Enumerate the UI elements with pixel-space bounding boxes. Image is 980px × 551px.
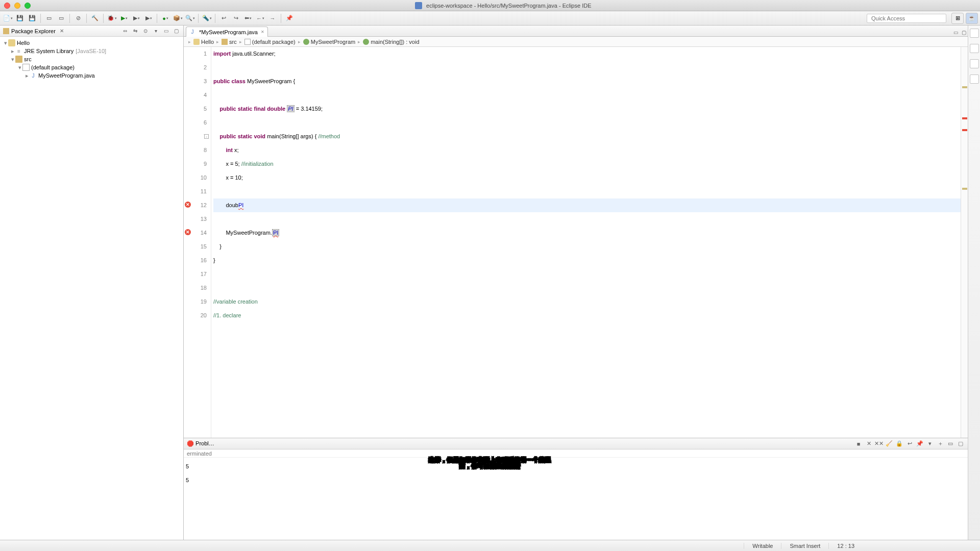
open-perspective-button[interactable]: ⊞	[951, 13, 964, 24]
collapse-all-button[interactable]: ⇔	[121, 27, 129, 35]
run-last-button[interactable]: ▶	[143, 13, 154, 24]
code-editor[interactable]: 1 2 3 4 5 6 -7 8 9 10 11 ✕12 13 ✕14 15 1…	[184, 47, 968, 438]
tree-java-file[interactable]: ▸J MySweetProgram.java	[0, 71, 183, 80]
bc-class[interactable]: MySweetProgram	[311, 39, 355, 45]
eclipse-icon	[415, 2, 422, 9]
run-button[interactable]: ▶	[118, 13, 130, 24]
remove-all-button[interactable]: ✕✕	[875, 440, 883, 448]
close-tab-button[interactable]: ✕	[261, 30, 264, 34]
word-wrap-button[interactable]: ↩	[905, 440, 914, 448]
tree-src[interactable]: ▾ src	[0, 55, 183, 63]
next-annotation-button[interactable]: ↪	[230, 13, 241, 24]
last-edit-button[interactable]: ⬅	[242, 13, 254, 24]
console-terminated-label: erminated	[184, 449, 968, 458]
search-button[interactable]: 🔦	[201, 13, 212, 24]
console-tabbar: 🛑 Probl… ■ ✕ ✕✕ 🧹 🔒 ↩ 📌 ▾ ＋ ▭ ▢	[184, 438, 968, 449]
link-editor-button[interactable]: ⇆	[131, 27, 139, 35]
problems-tab[interactable]: 🛑 Probl…	[187, 440, 214, 447]
line-num: ✕14	[184, 226, 207, 240]
breadcrumb[interactable]: ▸ Hello ▸ src ▸ (default package) ▸ MySw…	[184, 37, 968, 47]
coverage-button[interactable]: ▶	[131, 13, 142, 24]
line-num: 17	[184, 267, 207, 281]
new-package-button[interactable]: 📦	[172, 13, 183, 24]
minimize-editor-button[interactable]: ▭	[951, 28, 960, 36]
terminate-button[interactable]: ■	[854, 440, 863, 448]
line-num: 2	[184, 61, 207, 74]
line-num: 1	[184, 47, 207, 61]
minimize-window-button[interactable]	[14, 3, 20, 9]
java-perspective-button[interactable]: ☕	[966, 13, 978, 24]
java-file-icon: J	[30, 72, 37, 79]
console-output[interactable]: 5 5	[184, 458, 968, 540]
statusbar: Writable Smart Insert 12 : 13	[0, 540, 980, 551]
max-console-button[interactable]: ▢	[957, 440, 965, 448]
display-console-button[interactable]: ▾	[926, 440, 934, 448]
overview-ruler[interactable]	[961, 47, 968, 438]
line-num: 5	[184, 102, 207, 116]
bc-method[interactable]: main(String[]) : void	[371, 39, 419, 45]
quick-access-input[interactable]	[867, 14, 946, 23]
min-console-button[interactable]: ▭	[946, 440, 954, 448]
console-view: 🛑 Probl… ■ ✕ ✕✕ 🧹 🔒 ↩ 📌 ▾ ＋ ▭ ▢ erminate…	[184, 438, 968, 540]
bc-src[interactable]: src	[229, 39, 237, 45]
line-num: -7	[184, 130, 207, 143]
toggle-breadcrumb-button[interactable]: ▭	[43, 13, 55, 24]
fold-toggle[interactable]: -	[204, 134, 209, 139]
error-marker[interactable]: ✕	[185, 202, 191, 208]
save-button[interactable]: 💾	[14, 13, 26, 24]
package-explorer-view: Package Explorer ✕ ⇔ ⇆ ⊙ ▾ ▭ ▢ ▾ Hello ▸…	[0, 26, 184, 540]
right-trim-bar	[968, 26, 980, 540]
bc-project[interactable]: Hello	[201, 39, 214, 45]
tree-jre-version: [JavaSE-10]	[76, 48, 106, 54]
editor-tab[interactable]: J *MySweetProgram.java ✕	[186, 27, 268, 37]
close-view-button[interactable]: ✕	[58, 27, 66, 35]
tree-project[interactable]: ▾ Hello	[0, 39, 183, 47]
focus-button[interactable]: ⊙	[141, 27, 150, 35]
build-button[interactable]: 🔨	[89, 13, 101, 24]
tree-jre[interactable]: ▸≡ JRE System Library [JavaSE-10]	[0, 47, 183, 55]
toggle-mark-occurrences-button[interactable]: ▭	[56, 13, 67, 24]
outline-view-button[interactable]	[970, 29, 979, 38]
line-num: 3	[184, 74, 207, 88]
window-titlebar: eclipse-workspace - Hello/src/MySweetPro…	[0, 0, 980, 11]
line-num: 6	[184, 116, 207, 130]
new-class-button[interactable]: ●	[160, 13, 171, 24]
line-num: ✕12	[184, 198, 207, 212]
scroll-lock-button[interactable]: 🔒	[895, 440, 903, 448]
bc-package[interactable]: (default package)	[252, 39, 296, 45]
maximize-view-button[interactable]: ▢	[172, 27, 180, 35]
console-line: 5	[186, 473, 966, 487]
traffic-lights	[4, 3, 31, 9]
new-button[interactable]: 📄	[2, 13, 13, 24]
maximize-editor-button[interactable]: ▢	[960, 28, 968, 36]
line-num: 19	[184, 295, 207, 309]
back-button[interactable]: ←	[255, 13, 266, 24]
tree-package[interactable]: ▾ (default package)	[0, 63, 183, 71]
skip-breakpoints-button[interactable]: ⊘	[72, 13, 84, 24]
code-content[interactable]: import java.util.Scanner; public class M…	[211, 47, 961, 438]
remove-launch-button[interactable]: ✕	[865, 440, 873, 448]
save-all-button[interactable]: 💾	[27, 13, 38, 24]
view-menu-button[interactable]: ▾	[152, 27, 160, 35]
other-view-button-2[interactable]	[970, 74, 979, 84]
maximize-window-button[interactable]	[24, 3, 31, 9]
forward-button[interactable]: →	[267, 13, 278, 24]
minimize-view-button[interactable]: ▭	[162, 27, 170, 35]
clear-console-button[interactable]: 🧹	[885, 440, 893, 448]
pin-console-button[interactable]: 📌	[916, 440, 924, 448]
open-type-button[interactable]: 🔍	[184, 13, 195, 24]
prev-annotation-button[interactable]: ↩	[218, 13, 229, 24]
other-view-button[interactable]	[970, 59, 979, 68]
error-marker[interactable]: ✕	[185, 229, 191, 235]
project-tree[interactable]: ▾ Hello ▸≡ JRE System Library [JavaSE-10…	[0, 37, 183, 540]
line-num: 8	[184, 143, 207, 157]
folder-icon	[15, 56, 22, 63]
task-list-button[interactable]	[970, 44, 979, 53]
tree-jre-label: JRE System Library	[24, 48, 74, 54]
close-window-button[interactable]	[4, 3, 10, 9]
open-console-button[interactable]: ＋	[936, 440, 944, 448]
package-icon	[22, 64, 30, 71]
line-num: 13	[184, 212, 207, 226]
pin-editor-button[interactable]: 📌	[284, 13, 295, 24]
debug-button[interactable]: 🐞	[106, 13, 117, 24]
